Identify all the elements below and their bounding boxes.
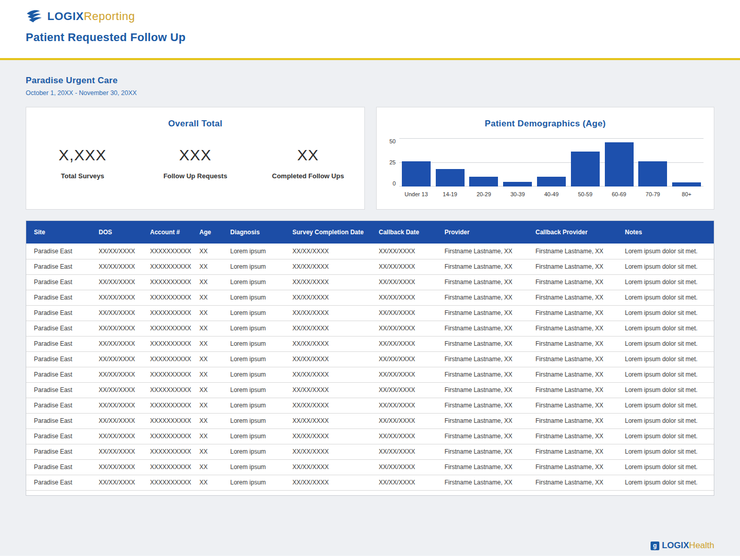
table-cell: XX/XX/XXXX <box>371 382 437 398</box>
table-cell: XX/XX/XXXX <box>285 351 371 367</box>
x-tick-label: 14-19 <box>433 191 467 197</box>
column-header: Account # <box>142 221 192 244</box>
table-row: Paradise EastXX/XX/XXXXXXXXXXXXXXXXLorem… <box>26 290 714 305</box>
table-cell: XX/XX/XXXX <box>285 428 371 444</box>
table-cell: XX/XX/XXXX <box>285 459 371 475</box>
table-cell: Firstname Lastname, XX <box>528 274 617 290</box>
table-cell: XX/XX/XXXX <box>91 413 142 428</box>
table-cell: Firstname Lastname, XX <box>437 398 528 413</box>
table-cell: XX/XX/XXXX <box>91 475 142 490</box>
logixhealth-logo: g LOGIXHealth <box>651 540 714 551</box>
table-cell: Firstname Lastname, XX <box>437 351 528 367</box>
table-cell: Lorem ipsum dolor sit met. <box>617 259 714 274</box>
table-cell: Paradise East <box>26 382 91 398</box>
table-cell: Lorem ipsum <box>223 382 285 398</box>
table-cell: Lorem ipsum <box>223 475 285 490</box>
table-cell: Lorem ipsum dolor sit met. <box>617 428 714 444</box>
logo-reporting: Reporting <box>84 10 135 23</box>
logo-text: LOGIXReporting <box>47 10 135 23</box>
table-cell: Firstname Lastname, XX <box>528 444 617 459</box>
table-cell: Paradise East <box>26 367 91 382</box>
table-cell: Lorem ipsum dolor sit met. <box>617 444 714 459</box>
y-tick-label: 0 <box>393 180 396 186</box>
overall-total-title: Overall Total <box>26 119 364 129</box>
follow-up-table: SiteDOSAccount #AgeDiagnosisSurvey Compl… <box>26 221 714 491</box>
table-cell: Lorem ipsum dolor sit met. <box>617 336 714 351</box>
footer-logix: LOGIX <box>662 540 689 550</box>
table-cell: XXXXXXXXXX <box>142 413 192 428</box>
table-cell: Lorem ipsum <box>223 305 285 321</box>
stat-follow-up-requests: XXX Follow Up Requests <box>139 146 251 180</box>
table-cell: Firstname Lastname, XX <box>528 321 617 336</box>
table-row: Paradise EastXX/XX/XXXXXXXXXXXXXXXXLorem… <box>26 459 714 475</box>
table-cell: XXXXXXXXXX <box>142 336 192 351</box>
chart-x-axis: Under 1314-1920-2930-3940-4950-5960-6970… <box>399 191 704 197</box>
table-cell: Lorem ipsum <box>223 259 285 274</box>
table-row: Paradise EastXX/XX/XXXXXXXXXXXXXXXXLorem… <box>26 428 714 444</box>
bar <box>537 177 566 186</box>
table-cell: XXXXXXXXXX <box>142 428 192 444</box>
table-cell: XX/XX/XXXX <box>371 367 437 382</box>
table-cell: XX/XX/XXXX <box>285 305 371 321</box>
table-cell: Lorem ipsum dolor sit met. <box>617 367 714 382</box>
table-cell: XX/XX/XXXX <box>371 444 437 459</box>
table-cell: Paradise East <box>26 336 91 351</box>
table-cell: XX/XX/XXXX <box>285 367 371 382</box>
table-cell: XX <box>192 413 223 428</box>
stat-completed-follow-ups: XX Completed Follow Ups <box>252 146 364 180</box>
page-title: Patient Requested Follow Up <box>26 31 714 44</box>
table-cell: Lorem ipsum <box>223 459 285 475</box>
table-cell: XX/XX/XXXX <box>91 305 142 321</box>
table-cell: Lorem ipsum <box>223 336 285 351</box>
stat-total-surveys: X,XXX Total Surveys <box>26 146 139 180</box>
table-cell: Lorem ipsum dolor sit met. <box>617 398 714 413</box>
table-cell: Firstname Lastname, XX <box>528 475 617 490</box>
table-cell: XXXXXXXXXX <box>142 444 192 459</box>
bar-slot-50-59 <box>568 138 602 186</box>
table-row: Paradise EastXX/XX/XXXXXXXXXXXXXXXXLorem… <box>26 274 714 290</box>
logixhealth-icon: g <box>651 542 659 550</box>
bar <box>436 169 465 186</box>
table-cell: Firstname Lastname, XX <box>437 413 528 428</box>
table-cell: XX/XX/XXXX <box>285 259 371 274</box>
chart-title: Patient Demographics (Age) <box>377 119 714 129</box>
table-cell: XX <box>192 367 223 382</box>
table-cell: XX/XX/XXXX <box>91 351 142 367</box>
column-header: Callback Provider <box>528 221 617 244</box>
table-cell: Lorem ipsum <box>223 444 285 459</box>
table-cell: Paradise East <box>26 444 91 459</box>
bar-slot-60-69 <box>602 138 636 186</box>
table-cell: XX/XX/XXXX <box>91 428 142 444</box>
table-cell: Lorem ipsum dolor sit met. <box>617 244 714 259</box>
table-row: Paradise EastXX/XX/XXXXXXXXXXXXXXXXLorem… <box>26 475 714 490</box>
bar <box>503 182 532 186</box>
table-cell: XX/XX/XXXX <box>371 305 437 321</box>
table-cell: Firstname Lastname, XX <box>528 336 617 351</box>
table-cell: XX <box>192 305 223 321</box>
table-cell: XX/XX/XXXX <box>371 413 437 428</box>
table-cell: XX/XX/XXXX <box>91 259 142 274</box>
table-cell: XXXXXXXXXX <box>142 459 192 475</box>
table-cell: Paradise East <box>26 259 91 274</box>
table-row: Paradise EastXX/XX/XXXXXXXXXXXXXXXXLorem… <box>26 305 714 321</box>
table-cell: XX/XX/XXXX <box>371 274 437 290</box>
table-cell: XXXXXXXXXX <box>142 259 192 274</box>
table-cell: XX/XX/XXXX <box>371 398 437 413</box>
table-cell: Lorem ipsum <box>223 367 285 382</box>
column-header: Notes <box>617 221 714 244</box>
eagle-logo-icon <box>26 9 44 24</box>
table-cell: Lorem ipsum <box>223 413 285 428</box>
table-cell: Paradise East <box>26 305 91 321</box>
table-cell: Firstname Lastname, XX <box>437 290 528 305</box>
table-cell: Paradise East <box>26 459 91 475</box>
demographics-panel: Patient Demographics (Age) 50250 Under 1… <box>376 107 714 210</box>
table-cell: XXXXXXXXXX <box>142 382 192 398</box>
table-cell: Paradise East <box>26 290 91 305</box>
table-cell: Firstname Lastname, XX <box>437 305 528 321</box>
chart-y-axis: 50250 <box>384 138 399 186</box>
table-cell: XX/XX/XXXX <box>285 444 371 459</box>
follow-up-table-container: SiteDOSAccount #AgeDiagnosisSurvey Compl… <box>26 220 714 496</box>
table-cell: Paradise East <box>26 475 91 490</box>
table-cell: Firstname Lastname, XX <box>437 475 528 490</box>
table-cell: Paradise East <box>26 244 91 259</box>
